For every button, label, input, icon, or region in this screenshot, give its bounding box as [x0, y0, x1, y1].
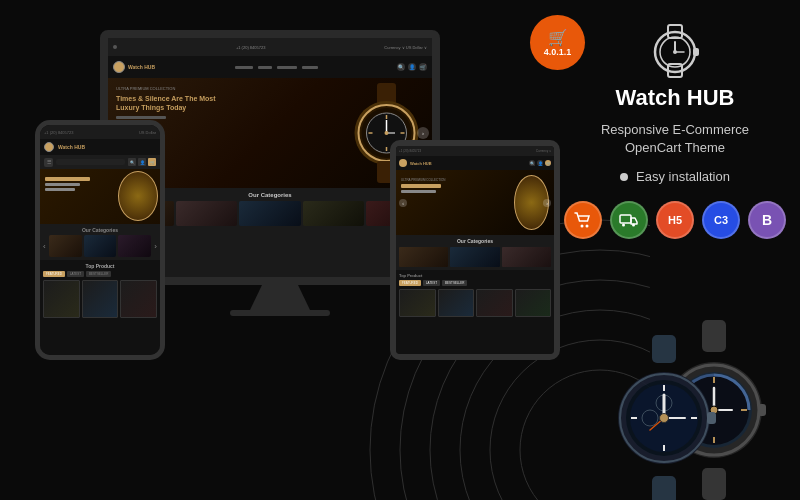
tablet-categories: Our Categories: [396, 235, 554, 270]
monitor-stand: [250, 285, 310, 310]
phone-number: +1 (20) 8405723: [44, 130, 73, 135]
brand-name: Watch HUB: [616, 85, 735, 111]
tagline: Responsive E-Commerce OpenCart Theme: [601, 121, 749, 157]
phone-hero: [40, 169, 160, 224]
phone-hero-watch: [118, 171, 158, 221]
tablet-screen: +1 (20) 8405723 Currency ∨ Watch HUB 🔍 👤…: [396, 146, 554, 354]
tech-icon-bootstrap: B: [748, 201, 786, 239]
tablet-products: Top Product FEATURED LATEST BESTSELLER: [396, 270, 554, 320]
phone-screen: +1 (20) 8405723 US Dollar Watch HUB ☰ 🔍 …: [40, 125, 160, 355]
monitor-base: [230, 310, 330, 316]
cart-badge-icon: 🛒: [548, 28, 568, 47]
tablet-nav: Watch HUB 🔍 👤 🛒: [396, 156, 554, 170]
svg-rect-48: [652, 335, 676, 363]
svg-point-27: [673, 50, 677, 54]
mobile-phone: +1 (20) 8405723 US Dollar Watch HUB ☰ 🔍 …: [35, 120, 165, 360]
svg-rect-24: [693, 48, 699, 56]
svg-point-32: [632, 224, 635, 227]
brand-name-bold: HUB: [687, 85, 735, 110]
tablet-logo: [399, 159, 407, 167]
svg-rect-33: [702, 320, 726, 352]
tablet-header: +1 (20) 8405723 Currency ∨: [396, 146, 554, 156]
svg-point-31: [622, 224, 625, 227]
phone-logo-bar: Watch HUB: [40, 139, 160, 155]
brand-name-regular: Watch: [616, 85, 687, 110]
feature-easy-installation: Easy installation: [620, 169, 730, 184]
svg-rect-59: [707, 412, 716, 424]
brand-section: Watch HUB Responsive E-Commerce OpenCart…: [570, 20, 780, 239]
feature-label: Easy installation: [636, 169, 730, 184]
hero-collection-label: ULTRA PREMIUM COLLECTION: [116, 86, 347, 91]
svg-point-29: [586, 225, 589, 228]
logo-icon-container: [640, 20, 710, 80]
watch-logo-svg: [640, 20, 710, 80]
phone-currency: US Dollar: [139, 130, 156, 135]
version-badge: 🛒 4.0.1.1: [530, 15, 585, 70]
feature-bullet: [620, 173, 628, 181]
phone-categories-title: Our Categories: [43, 227, 157, 233]
site-mockup-header: +1 (20) 8405723 Currency ∨ US Dollar ∨: [108, 38, 432, 56]
svg-rect-46: [758, 404, 766, 416]
tablet-products-title: Top Product: [399, 273, 551, 278]
phone-header: +1 (20) 8405723 US Dollar: [40, 125, 160, 139]
tablet-categories-label: Our Categories: [399, 238, 551, 244]
logo-area: Watch HUB: [616, 20, 735, 111]
tagline-line2: OpenCart Theme: [601, 139, 749, 157]
product-watches-image: [610, 310, 800, 500]
svg-point-18: [385, 131, 389, 135]
phone-brand: Watch HUB: [58, 144, 85, 150]
svg-point-63: [660, 414, 669, 423]
tech-icon-css3: C3: [702, 201, 740, 239]
phone-logo-icon: [44, 142, 54, 152]
tab-featured: FEATURED: [399, 280, 421, 286]
svg-point-28: [581, 225, 584, 228]
svg-rect-64: [652, 476, 676, 500]
svg-rect-47: [702, 468, 726, 500]
tech-icons-row: H5 C3 B: [564, 201, 786, 239]
tech-icon-truck: [610, 201, 648, 239]
phone-categories: Our Categories ‹ ›: [40, 224, 160, 260]
tech-icon-cart: [564, 201, 602, 239]
tablet-device: +1 (20) 8405723 Currency ∨ Watch HUB 🔍 👤…: [390, 140, 560, 360]
tech-icon-html5: H5: [656, 201, 694, 239]
tab-latest: LATEST: [423, 280, 440, 286]
devices-showcase: +1 (20) 8405723 Currency ∨ US Dollar ∨ W…: [20, 20, 580, 480]
version-number: 4.0.1.1: [544, 47, 572, 57]
tagline-line1: Responsive E-Commerce: [601, 121, 749, 139]
tablet-hero: ULTRA PREMIUM COLLECTION ‹ ›: [396, 170, 554, 235]
svg-rect-30: [620, 215, 631, 223]
tab-bestseller: BESTSELLER: [442, 280, 467, 286]
